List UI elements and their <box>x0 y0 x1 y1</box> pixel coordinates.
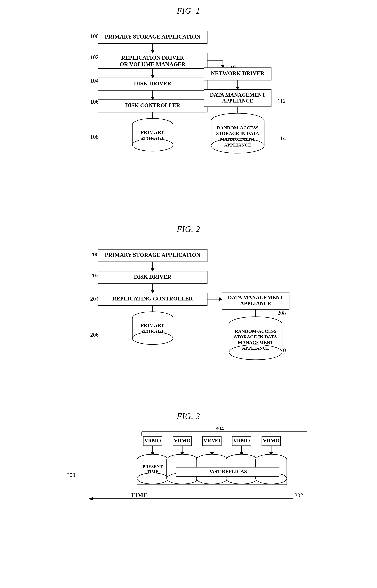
svg-text:DATA MANAGEMENT: DATA MANAGEMENT <box>210 92 265 98</box>
fig3-title: FIG. 3 <box>177 412 200 421</box>
svg-text:STORAGE: STORAGE <box>141 328 165 334</box>
svg-text:APPLIANCE: APPLIANCE <box>222 98 253 104</box>
svg-text:APPLIANCE: APPLIANCE <box>242 346 269 351</box>
svg-text:106: 106 <box>90 99 99 105</box>
fig2-diagram: 200 202 204 206 208 210 PRIMARY STORAGE … <box>87 240 290 396</box>
svg-text:VRMO: VRMO <box>233 438 250 443</box>
svg-text:206: 206 <box>90 332 99 338</box>
svg-text:302: 302 <box>295 492 303 498</box>
svg-text:TIME: TIME <box>147 469 159 474</box>
svg-text:PRIMARY STORAGE APPLICATION: PRIMARY STORAGE APPLICATION <box>105 34 200 40</box>
svg-text:MANAGEMENT: MANAGEMENT <box>238 340 273 345</box>
svg-text:STORAGE IN DATA: STORAGE IN DATA <box>234 334 277 339</box>
svg-text:OR VOLUME MANAGER: OR VOLUME MANAGER <box>120 61 186 67</box>
svg-text:DISK DRIVER: DISK DRIVER <box>134 274 171 280</box>
figure-2: FIG. 2 200 202 204 206 208 210 PRIMARY S… <box>12 224 365 396</box>
svg-text:APPLIANCE: APPLIANCE <box>240 300 271 306</box>
figure-1: FIG. 1 100 102 104 106 108 110 112 114 P… <box>12 6 365 209</box>
figure-3: FIG. 3 304 VRMO VRMO VRMO VRMO VRMO <box>12 412 365 567</box>
svg-text:PRESENT: PRESENT <box>142 464 163 469</box>
svg-text:114: 114 <box>277 135 286 141</box>
svg-text:PRIMARY: PRIMARY <box>141 129 165 135</box>
svg-text:202: 202 <box>90 272 99 279</box>
svg-text:100: 100 <box>90 33 99 39</box>
svg-text:DATA MANAGEMENT: DATA MANAGEMENT <box>228 295 283 300</box>
svg-text:208: 208 <box>277 310 286 316</box>
svg-text:304: 304 <box>215 427 224 432</box>
svg-text:RANDOM-ACCESS: RANDOM-ACCESS <box>217 125 259 130</box>
svg-text:REPLICATING CONTROLLER: REPLICATING CONTROLLER <box>112 296 193 302</box>
svg-text:PRIMARY STORAGE APPLICATION: PRIMARY STORAGE APPLICATION <box>105 252 200 258</box>
svg-text:VRMO: VRMO <box>203 438 220 443</box>
svg-text:DISK DRIVER: DISK DRIVER <box>134 80 171 87</box>
svg-text:VRMO: VRMO <box>174 438 191 443</box>
svg-marker-155 <box>89 497 93 501</box>
svg-text:204: 204 <box>90 296 99 302</box>
svg-text:REPLICATION DRIVER: REPLICATION DRIVER <box>121 55 184 61</box>
page: FIG. 1 100 102 104 106 108 110 112 114 P… <box>12 6 365 583</box>
fig1-diagram: 100 102 104 106 108 110 112 114 PRIMARY … <box>87 22 290 209</box>
svg-text:TIME: TIME <box>131 492 147 499</box>
svg-text:NETWORK DRIVER: NETWORK DRIVER <box>211 70 264 76</box>
svg-point-122 <box>137 473 168 484</box>
svg-text:STORAGE IN DATA: STORAGE IN DATA <box>216 131 259 136</box>
svg-text:200: 200 <box>90 251 99 258</box>
svg-text:VRMO: VRMO <box>263 438 280 443</box>
svg-text:300: 300 <box>67 472 75 478</box>
svg-text:108: 108 <box>90 134 99 140</box>
svg-text:PAST REPLICAS: PAST REPLICAS <box>208 469 247 474</box>
svg-text:STORAGE: STORAGE <box>141 135 165 141</box>
svg-text:APPLIANCE: APPLIANCE <box>224 142 251 148</box>
fig3-diagram: 304 VRMO VRMO VRMO VRMO VRMO <box>64 427 313 567</box>
svg-text:102: 102 <box>90 54 99 60</box>
fig1-title: FIG. 1 <box>177 6 200 15</box>
svg-text:VRMO: VRMO <box>144 438 161 443</box>
svg-text:112: 112 <box>277 98 286 104</box>
fig2-title: FIG. 2 <box>177 224 200 234</box>
svg-text:RANDOM-ACCESS: RANDOM-ACCESS <box>235 329 277 334</box>
svg-text:104: 104 <box>90 78 99 84</box>
svg-text:PRIMARY: PRIMARY <box>141 323 165 328</box>
svg-text:MANAGEMENT: MANAGEMENT <box>220 136 255 141</box>
svg-text:DISK CONTROLLER: DISK CONTROLLER <box>125 102 180 108</box>
